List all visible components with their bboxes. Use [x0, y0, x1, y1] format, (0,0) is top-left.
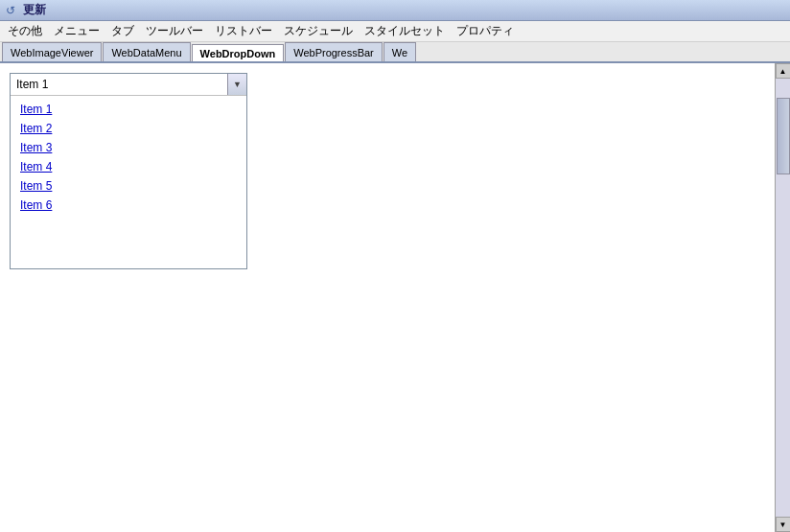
list-item[interactable]: Item 3 [11, 138, 246, 157]
menu-item-スケジュール[interactable]: スケジュール [278, 21, 359, 41]
content-panel: ▼ Item 1Item 2Item 3Item 4Item 5Item 6 [0, 63, 775, 532]
dropdown-input[interactable] [11, 75, 227, 94]
list-item[interactable]: Item 1 [11, 100, 246, 119]
list-item[interactable]: Item 2 [11, 119, 246, 138]
menu-item-メニュー[interactable]: メニュー [48, 21, 105, 41]
dropdown-button[interactable]: ▼ [227, 74, 246, 95]
list-item[interactable]: Item 4 [11, 157, 246, 176]
menu-item-プロパティ[interactable]: プロパティ [451, 21, 520, 41]
scrollbar-thumb[interactable] [777, 98, 790, 174]
menu-item-リストバー[interactable]: リストバー [209, 21, 278, 41]
tab-webdatamenu[interactable]: WebDataMenu [103, 42, 190, 61]
menu-bar: その他メニュータブツールバーリストバースケジュールスタイルセットプロパティ [0, 21, 790, 42]
tab-webimageviewer[interactable]: WebImageViewer [2, 42, 102, 61]
list-item[interactable]: Item 6 [11, 196, 246, 215]
dropdown-header: ▼ [11, 74, 246, 96]
menu-item-ツールバー[interactable]: ツールバー [140, 21, 209, 41]
tab-webprogressbar[interactable]: WebProgressBar [285, 42, 383, 61]
refresh-icon: ↺ [6, 4, 19, 17]
scroll-up-button[interactable]: ▲ [776, 63, 791, 79]
title-bar-text: 更新 [23, 2, 46, 18]
tab-bar: WebImageViewerWebDataMenuWebDropDownWebP… [0, 42, 790, 63]
tab-webdropdown[interactable]: WebDropDown [192, 44, 285, 63]
menu-item-その他[interactable]: その他 [2, 21, 48, 41]
list-item[interactable]: Item 5 [11, 176, 246, 196]
menu-item-タブ[interactable]: タブ [105, 21, 140, 41]
dropdown-list-area: Item 1Item 2Item 3Item 4Item 5Item 6 [11, 96, 246, 268]
right-scrollbar: ▲ ▼ [775, 63, 790, 532]
tab-we[interactable]: We [383, 42, 416, 61]
scroll-down-button[interactable]: ▼ [776, 517, 791, 532]
menu-item-スタイルセット[interactable]: スタイルセット [359, 21, 451, 41]
scrollbar-track [776, 79, 790, 517]
main-content: ▼ Item 1Item 2Item 3Item 4Item 5Item 6 ▲… [0, 63, 790, 532]
title-bar: ↺ 更新 [0, 0, 790, 21]
dropdown-list: Item 1Item 2Item 3Item 4Item 5Item 6 [11, 96, 246, 219]
dropdown-widget: ▼ Item 1Item 2Item 3Item 4Item 5Item 6 [10, 73, 247, 269]
